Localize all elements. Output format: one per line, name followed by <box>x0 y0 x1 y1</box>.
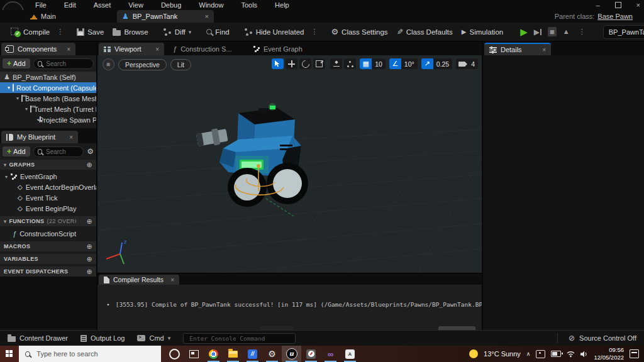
rotation-snap-control[interactable]: ∠ 10° <box>389 58 418 69</box>
chevron-down-icon[interactable]: ▾ <box>8 85 10 90</box>
chevron-down-icon[interactable]: ▾ <box>25 106 28 112</box>
component-row-turret-mesh[interactable]: ▾ Turret Mesh (Turret Mes <box>0 104 96 114</box>
tab-close-icon[interactable]: × <box>542 47 546 53</box>
output-log-button[interactable]: Output Log <box>80 334 125 342</box>
stop-button[interactable]: ■ <box>548 27 557 36</box>
maximize-button[interactable] <box>615 2 621 8</box>
tab-close-icon[interactable]: × <box>155 46 159 53</box>
hide-unrelated-kebab[interactable]: ⋮ <box>308 28 320 36</box>
viewport-3d[interactable]: z ≡ Perspective Lit <box>97 55 482 273</box>
menu-help[interactable]: Help <box>266 0 298 10</box>
camera-speed-control[interactable]: 4 <box>456 58 478 69</box>
compile-button[interactable]: ✓ Compile <box>6 25 54 40</box>
event-actorbeginoverlap-row[interactable]: ◇ Event ActorBeginOverlap <box>0 182 96 192</box>
perspective-dropdown[interactable]: Perspective <box>118 59 167 70</box>
weather-widget[interactable]: 13°C Sunny <box>484 350 521 358</box>
parent-class-link[interactable]: Base Pawn <box>597 13 633 20</box>
taskbar-search-input[interactable] <box>35 349 155 358</box>
class-defaults-button[interactable]: ✎ Class Defaults <box>392 25 457 40</box>
save-button[interactable]: Save <box>72 25 108 40</box>
eject-button[interactable]: ▲ <box>563 28 570 35</box>
start-button[interactable] <box>0 346 19 362</box>
minimize-button[interactable]: – <box>596 1 599 9</box>
class-settings-button[interactable]: ⚙ Class Settings <box>326 25 392 40</box>
menu-window[interactable]: Window <box>190 0 232 10</box>
menu-asset[interactable]: Asset <box>85 0 120 10</box>
variables-section-header[interactable]: VARIABLES ⊕ <box>0 254 96 264</box>
event-graph-row[interactable]: ▾ EventGraph <box>0 172 96 182</box>
menu-edit[interactable]: Edit <box>55 0 85 10</box>
my-blueprint-search[interactable] <box>33 146 84 157</box>
event-dispatchers-section-header[interactable]: EVENT DISPATCHERS ⊕ <box>0 266 96 277</box>
chevron-down-icon[interactable]: ▾ <box>5 174 8 180</box>
add-dispatcher-icon[interactable]: ⊕ <box>86 268 92 276</box>
striped-blue-app-taskbar-button[interactable]: // <box>243 346 262 362</box>
hide-unrelated-button[interactable]: Hide Unrelated <box>240 25 309 40</box>
tab-compiler-results[interactable]: Compiler Results × <box>99 275 179 285</box>
tab-close-icon[interactable]: × <box>170 277 174 283</box>
cortana-button[interactable] <box>165 346 184 362</box>
settings-taskbar-button[interactable]: ⚙ <box>262 346 282 362</box>
tab-close-icon[interactable]: × <box>69 134 73 141</box>
tab-my-blueprint[interactable]: My Blueprint × <box>1 131 78 143</box>
add-component-button[interactable]: + Add <box>3 58 30 69</box>
scale-snap-control[interactable]: ↗ 0.25 <box>421 58 452 69</box>
taskbar-clock[interactable]: 09:56 12/05/2022 <box>594 346 624 361</box>
unreal-taskbar-button[interactable]: u <box>282 346 301 362</box>
clock-app-taskbar-button[interactable] <box>301 346 321 362</box>
add-function-icon[interactable]: ⊕ <box>86 217 92 226</box>
weather-sun-icon[interactable] <box>469 349 478 358</box>
tray-app-icon[interactable] <box>536 350 545 358</box>
show-hidden-icons-button[interactable]: ∧ <box>526 351 531 357</box>
rotate-tool-button[interactable] <box>299 58 311 69</box>
console-command-input[interactable] <box>188 334 291 343</box>
content-drawer-button[interactable]: Content Drawer <box>8 334 68 342</box>
relative-coordinate-button[interactable] <box>344 58 356 69</box>
menu-file[interactable]: File <box>26 0 55 10</box>
wifi-icon[interactable] <box>567 351 575 358</box>
component-row-self[interactable]: ♟ BP_PawnTank (Self) <box>0 72 96 82</box>
simulation-button[interactable]: ▶ Simulation <box>457 25 508 40</box>
surface-snap-button[interactable] <box>330 58 342 69</box>
tab-details[interactable]: Details × <box>484 43 551 55</box>
characters-app-taskbar-button[interactable]: A <box>340 346 360 362</box>
add-macro-icon[interactable]: ⊕ <box>86 243 92 251</box>
close-button[interactable]: × <box>636 1 640 9</box>
component-row-root-capsule[interactable]: ▾ Root Component (Capsule <box>0 82 96 93</box>
grid-snap-control[interactable]: ▦ 10 <box>360 58 386 69</box>
play-button[interactable]: ▶ <box>520 27 528 36</box>
chevron-down-icon[interactable]: ▾ <box>16 96 19 101</box>
tab-bp-pawntank[interactable]: ♟ BP_PawnTank × <box>117 10 214 23</box>
tab-event-graph[interactable]: Event Graph <box>248 43 314 55</box>
debug-object-dropdown[interactable]: BP_PawnTank ▾ <box>603 25 644 39</box>
play-options-kebab[interactable]: ⋮ <box>576 28 588 36</box>
tab-viewport[interactable]: Viewport × <box>99 43 164 55</box>
menu-view[interactable]: View <box>119 0 152 10</box>
speaker-icon[interactable] <box>580 351 588 358</box>
source-control-status[interactable]: ⊘ Source Control Off <box>557 333 636 343</box>
taskbar-search[interactable] <box>19 346 161 362</box>
components-search[interactable] <box>33 58 94 69</box>
find-button[interactable]: Find <box>202 25 233 40</box>
construction-script-row[interactable]: ƒ ConstructionScript <box>0 228 96 239</box>
tab-close-icon[interactable]: × <box>67 46 70 53</box>
add-blueprint-item-button[interactable]: + Add <box>3 146 30 156</box>
functions-section-header[interactable]: ▾ FUNCTIONS (22 OVERI ⊕ <box>0 216 96 226</box>
menu-debug[interactable]: Debug <box>152 0 190 10</box>
component-row-base-mesh[interactable]: ▾ Base Mesh (Base Mesh) <box>0 93 96 104</box>
select-tool-button[interactable] <box>272 58 284 69</box>
tab-construction-script[interactable]: ƒ Construction S... <box>168 43 245 55</box>
tab-close-icon[interactable]: × <box>205 13 209 20</box>
action-center-icon[interactable] <box>630 349 639 358</box>
blueprint-settings-gear-icon[interactable]: ⚙ <box>87 148 94 155</box>
menu-tools[interactable]: Tools <box>232 0 266 10</box>
visual-studio-taskbar-button[interactable]: ∞ <box>321 346 340 362</box>
move-tool-button[interactable] <box>286 58 297 69</box>
battery-icon[interactable] <box>551 351 561 357</box>
browse-button[interactable]: Browse <box>108 25 152 40</box>
macros-section-header[interactable]: MACROS ⊕ <box>0 241 96 251</box>
diff-button[interactable]: Diff ▾ <box>159 25 196 40</box>
component-row-projectile-spawn[interactable]: Projectile Spawn Point <box>0 114 96 125</box>
tab-components[interactable]: Components × <box>1 43 75 55</box>
frame-skip-button[interactable]: ▶ <box>534 28 541 36</box>
